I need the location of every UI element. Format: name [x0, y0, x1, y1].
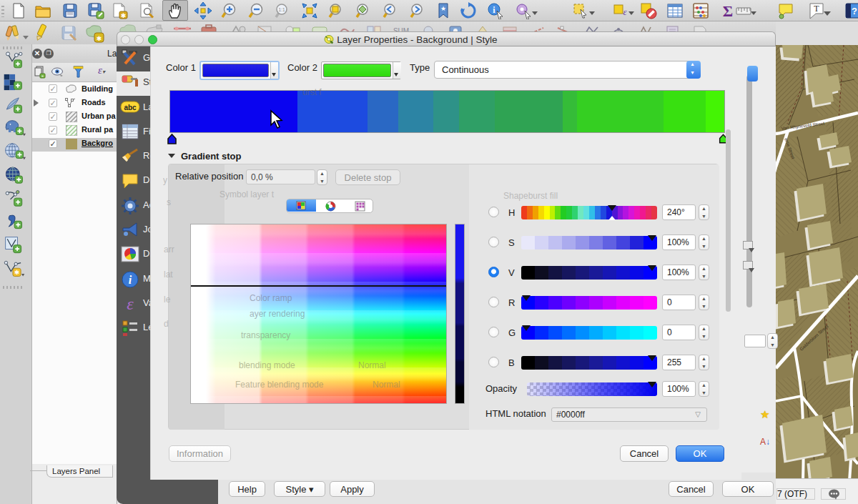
svg-text:✱: ✱: [14, 269, 19, 276]
svg-text:✱: ✱: [97, 35, 102, 42]
svg-text:abc: abc: [124, 104, 137, 112]
svg-text:ε: ε: [623, 6, 627, 17]
svg-text:+: +: [41, 74, 44, 78]
svg-text:i: i: [129, 274, 132, 286]
svg-text:✱: ✱: [121, 12, 127, 19]
svg-text:Σ: Σ: [723, 2, 733, 19]
svg-text:★: ★: [440, 5, 446, 12]
svg-text:T: T: [814, 4, 819, 14]
svg-text:ε: ε: [127, 295, 134, 313]
svg-text:1:1: 1:1: [278, 7, 285, 12]
svg-text:?: ?: [852, 6, 857, 16]
